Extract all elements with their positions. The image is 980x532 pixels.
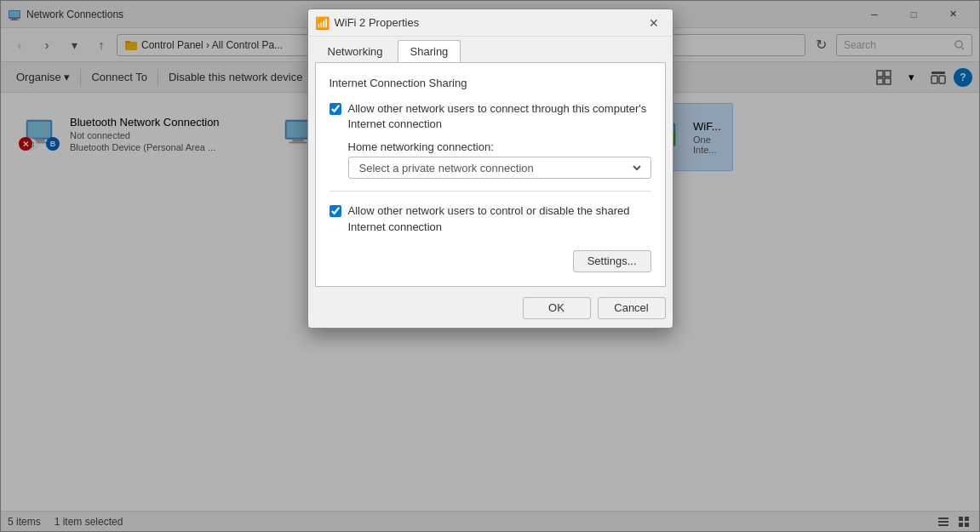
tab-bar: Networking Sharing — [308, 37, 673, 62]
section-title: Internet Connection Sharing — [330, 77, 651, 89]
ok-button[interactable]: OK — [523, 297, 591, 319]
allow-sharing-label: Allow other network users to connect thr… — [348, 101, 651, 132]
network-connection-dropdown[interactable]: Select a private network connection — [348, 157, 651, 179]
dialog-footer: OK Cancel — [308, 294, 673, 328]
cancel-button[interactable]: Cancel — [598, 297, 666, 319]
dialog-title-icon: 📶 — [315, 16, 330, 30]
home-network-label: Home networking connection: — [348, 140, 651, 153]
allow-control-row: Allow other network users to control or … — [330, 203, 651, 234]
dialog-close-button[interactable]: ✕ — [642, 13, 666, 33]
allow-sharing-row: Allow other network users to connect thr… — [330, 101, 651, 132]
dialog-title: WiFi 2 Properties — [335, 16, 642, 29]
allow-control-label: Allow other network users to control or … — [348, 203, 651, 234]
network-connection-select[interactable]: Select a private network connection — [356, 161, 644, 175]
content-divider — [330, 191, 651, 192]
dialog: 📶 WiFi 2 Properties ✕ Networking Sharing… — [307, 9, 673, 329]
allow-sharing-checkbox[interactable] — [330, 103, 341, 115]
home-network-group: Home networking connection: Select a pri… — [330, 140, 651, 179]
modal-overlay: 📶 WiFi 2 Properties ✕ Networking Sharing… — [0, 0, 980, 532]
dialog-content: Internet Connection Sharing Allow other … — [315, 62, 666, 287]
dialog-title-bar: 📶 WiFi 2 Properties ✕ — [308, 9, 673, 37]
tab-networking[interactable]: Networking — [315, 40, 396, 62]
tab-sharing[interactable]: Sharing — [398, 40, 461, 62]
allow-control-checkbox[interactable] — [330, 205, 341, 217]
settings-button[interactable]: Settings... — [573, 250, 651, 272]
settings-row: Settings... — [330, 250, 651, 272]
